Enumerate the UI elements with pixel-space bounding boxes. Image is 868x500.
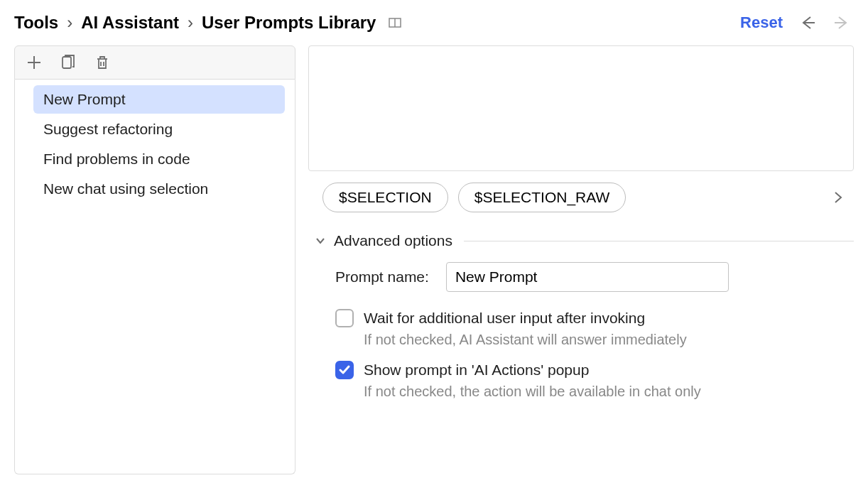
- copy-icon[interactable]: [59, 53, 77, 72]
- prompt-name-label: Prompt name:: [335, 268, 429, 286]
- prompt-editor[interactable]: [308, 45, 854, 171]
- breadcrumb-user-prompts[interactable]: User Prompts Library: [202, 13, 376, 33]
- nav-back-button[interactable]: [798, 13, 817, 32]
- advanced-options-header[interactable]: Advanced options: [308, 232, 854, 249]
- divider: [464, 241, 854, 241]
- header: Tools › AI Assistant › User Prompts Libr…: [0, 0, 868, 45]
- delete-icon[interactable]: [93, 53, 112, 72]
- breadcrumb: Tools › AI Assistant › User Prompts Libr…: [14, 13, 403, 33]
- show-popup-row: Show prompt in 'AI Actions' popup If not…: [308, 361, 854, 400]
- prompt-list: New Prompt Suggest refactoring Find prob…: [14, 80, 295, 474]
- list-item[interactable]: Find problems in code: [33, 145, 285, 173]
- list-item[interactable]: Suggest refactoring: [33, 115, 285, 143]
- wait-input-checkbox[interactable]: [335, 309, 354, 327]
- variable-pill-row: $SELECTION $SELECTION_RAW: [308, 183, 854, 212]
- header-actions: Reset: [740, 13, 851, 32]
- chevron-right-icon: ›: [188, 13, 193, 33]
- sidebar: New Prompt Suggest refactoring Find prob…: [14, 45, 295, 474]
- show-popup-checkbox[interactable]: [335, 361, 354, 379]
- advanced-options-title: Advanced options: [334, 232, 452, 249]
- list-item[interactable]: New chat using selection: [33, 175, 285, 203]
- prompt-name-row: Prompt name:: [308, 262, 854, 292]
- more-variables-icon[interactable]: [830, 189, 847, 206]
- prompt-name-input[interactable]: [446, 262, 729, 292]
- expand-window-icon[interactable]: [389, 17, 403, 28]
- breadcrumb-tools[interactable]: Tools: [14, 13, 58, 33]
- chevron-right-icon: ›: [67, 13, 72, 33]
- chevron-down-icon: [314, 234, 327, 247]
- reset-button[interactable]: Reset: [740, 13, 783, 32]
- show-popup-help: If not checked, the action will be avail…: [335, 384, 854, 400]
- main-content: New Prompt Suggest refactoring Find prob…: [0, 45, 868, 474]
- list-item[interactable]: New Prompt: [33, 85, 285, 114]
- nav-forward-button[interactable]: [832, 13, 851, 32]
- wait-input-help: If not checked, AI Assistant will answer…: [335, 332, 854, 348]
- breadcrumb-ai-assistant[interactable]: AI Assistant: [81, 13, 179, 33]
- variable-pill-selection-raw[interactable]: $SELECTION_RAW: [458, 183, 626, 212]
- show-popup-label: Show prompt in 'AI Actions' popup: [364, 362, 589, 379]
- wait-input-row: Wait for additional user input after inv…: [308, 309, 854, 348]
- sidebar-toolbar: [14, 45, 295, 80]
- right-panel: $SELECTION $SELECTION_RAW Advanced optio…: [308, 45, 854, 474]
- wait-input-label: Wait for additional user input after inv…: [364, 310, 645, 327]
- add-icon[interactable]: [25, 53, 43, 72]
- variable-pill-selection[interactable]: $SELECTION: [322, 183, 448, 212]
- svg-rect-4: [63, 57, 71, 68]
